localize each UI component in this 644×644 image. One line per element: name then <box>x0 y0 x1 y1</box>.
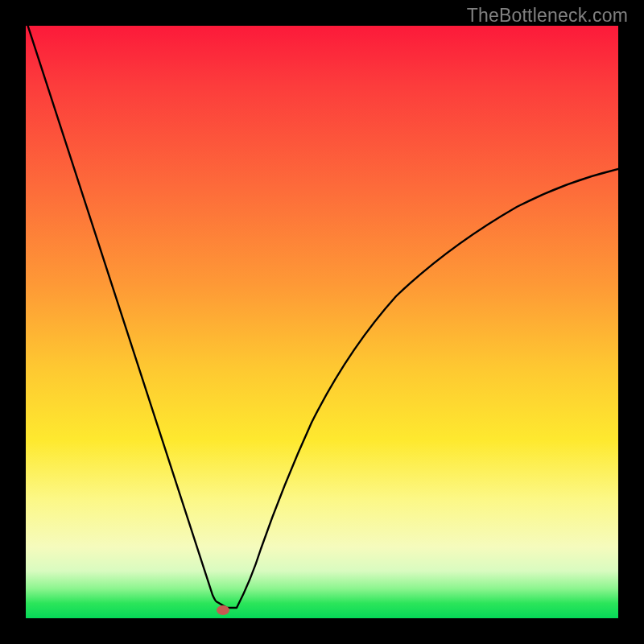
curve-layer <box>26 26 618 618</box>
chart-frame: TheBottleneck.com <box>0 0 644 644</box>
plot-area <box>26 26 618 618</box>
bottleneck-curve <box>26 26 618 608</box>
optimum-dot <box>217 605 229 615</box>
watermark-text: TheBottleneck.com <box>467 5 628 27</box>
